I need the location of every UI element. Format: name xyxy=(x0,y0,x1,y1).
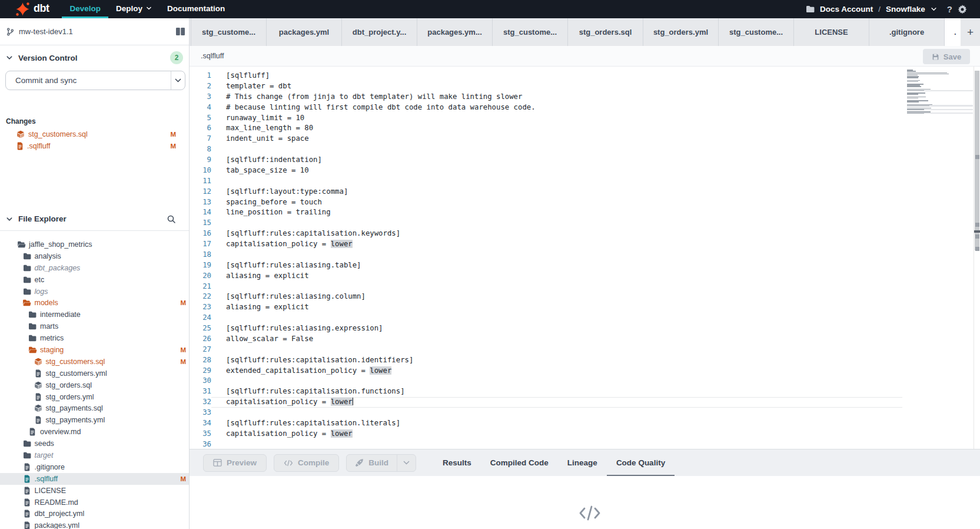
code-line-14[interactable]: 14line_position = trailing xyxy=(190,207,980,218)
code-line-31[interactable]: 31[sqlfluff:rules:capitalisation.functio… xyxy=(190,386,980,397)
code-line-4[interactable]: 4# because linting will first compile db… xyxy=(190,103,980,113)
code-line-32[interactable]: 32capitalisation_policy = lower xyxy=(190,397,980,408)
file-tree-item-marts[interactable]: marts xyxy=(0,320,189,332)
file-tree-item-target[interactable]: target xyxy=(0,449,189,461)
editor-tab-stg_custome[interactable]: stg_custome... xyxy=(191,18,267,46)
file-tree-item-.gitignore[interactable]: .gitignore xyxy=(0,461,189,473)
file-tree-item-packages.yml[interactable]: packages.yml xyxy=(0,520,189,529)
file-tree-item-dbt_packages[interactable]: dbt_packages xyxy=(0,262,189,274)
file-tree-item-staging[interactable]: stagingM xyxy=(0,344,189,356)
nav-item-deploy[interactable]: Deploy xyxy=(108,0,160,18)
bottom-tab-compiled-code[interactable]: Compiled Code xyxy=(481,449,558,477)
editor-tab-gitignore[interactable]: .gitignore xyxy=(869,18,945,46)
code-line-20[interactable]: 20aliasing = explicit xyxy=(190,271,980,282)
code-line-28[interactable]: 28[sqlfluff:rules:capitalisation.identif… xyxy=(190,355,980,366)
file-tree-item-jaffle_shop_metrics[interactable]: jaffle_shop_metrics xyxy=(0,239,189,250)
file-explorer-header[interactable]: File Explorer xyxy=(0,207,189,231)
editor-tab-packagesym[interactable]: packages.ym... xyxy=(417,18,493,46)
code-line-3[interactable]: 3# This change (from jinja to dbt templa… xyxy=(190,92,980,103)
changed-file-item[interactable]: stg_customers.sqlM xyxy=(0,128,189,140)
changed-file-item[interactable]: .sqlfluffM xyxy=(0,140,189,152)
code-line-27[interactable]: 27 xyxy=(190,345,980,355)
file-tree-item-analysis[interactable]: analysis xyxy=(0,250,189,262)
code-line-19[interactable]: 19[sqlfluff:rules:aliasing.table] xyxy=(190,260,980,271)
code-line-33[interactable]: 33 xyxy=(190,408,980,418)
search-icon[interactable] xyxy=(167,214,176,224)
file-tree-item-stg_payments.sql[interactable]: stg_payments.sql xyxy=(0,402,189,414)
code-line-24[interactable]: 24 xyxy=(190,313,980,323)
file-tree-item-logs[interactable]: logs xyxy=(0,286,189,297)
editor-tab-LICENSE[interactable]: LICENSE xyxy=(794,18,869,46)
code-line-11[interactable]: 11 xyxy=(190,176,980,187)
bottom-tab-results[interactable]: Results xyxy=(433,449,481,477)
editor-tab-sqlfluff-active-partial[interactable]: . xyxy=(945,18,961,46)
commit-options-caret[interactable] xyxy=(171,71,185,90)
commit-and-sync-button[interactable]: Commit and sync xyxy=(5,71,185,90)
code-line-18[interactable]: 18 xyxy=(190,250,980,260)
editor-tab-stg_orderssql[interactable]: stg_orders.sql xyxy=(568,18,643,46)
nav-item-develop[interactable]: Develop xyxy=(62,0,108,18)
code-line-25[interactable]: 25[sqlfluff:rules:aliasing.expression] xyxy=(190,323,980,334)
file-tree-item-stg_customers.yml[interactable]: stg_customers.yml xyxy=(0,368,189,379)
file-tree-item-stg_customers.sql[interactable]: stg_customers.sqlM xyxy=(0,356,189,368)
connection-name[interactable]: Snowflake xyxy=(886,5,925,14)
code-line-1[interactable]: 1[sqlfluff] xyxy=(190,71,980,81)
nav-item-documentation[interactable]: Documentation xyxy=(160,0,232,18)
add-tab-button[interactable]: + xyxy=(961,18,980,46)
file-tree-item-dbt_project.yml[interactable]: dbt_project.yml xyxy=(0,508,189,520)
editor-tab-stg_custome[interactable]: stg_custome... xyxy=(493,18,568,46)
code-line-8[interactable]: 8 xyxy=(190,144,980,155)
bottom-tab-code-quality[interactable]: Code Quality xyxy=(607,449,675,477)
code-line-6[interactable]: 6max_line_length = 80 xyxy=(190,123,980,134)
file-tree-item-models[interactable]: modelsM xyxy=(0,297,189,309)
code-line-9[interactable]: 9[sqlfluff:indentation] xyxy=(190,155,980,166)
editor-tab-packagesyml[interactable]: packages.yml xyxy=(267,18,342,46)
code-line-16[interactable]: 16[sqlfluff:rules:capitalisation.keyword… xyxy=(190,229,980,239)
editor-tab-stg_custome[interactable]: stg_custome... xyxy=(719,18,794,46)
preview-button[interactable]: Preview xyxy=(203,454,267,472)
code-line-29[interactable]: 29extended_capitalisation_policy = lower xyxy=(190,366,980,376)
code-editor[interactable]: 1[sqlfluff]2templater = dbt3# This chang… xyxy=(190,67,980,449)
help-button[interactable]: ? xyxy=(947,4,952,14)
file-tree-item-seeds[interactable]: seeds xyxy=(0,438,189,449)
code-line-23[interactable]: 23aliasing = explicit xyxy=(190,302,980,313)
editor-scrollbar[interactable] xyxy=(974,67,980,449)
account-name[interactable]: Docs Account xyxy=(820,5,873,14)
code-line-10[interactable]: 10tab_space_size = 10 xyxy=(190,166,980,176)
editor-tab-stg_ordersyml[interactable]: stg_orders.yml xyxy=(643,18,719,46)
code-line-13[interactable]: 13spacing_before = touch xyxy=(190,197,980,208)
code-line-30[interactable]: 30 xyxy=(190,376,980,386)
split-panes-icon[interactable] xyxy=(175,27,185,36)
code-line-35[interactable]: 35capitalisation_policy = lower xyxy=(190,429,980,439)
code-line-34[interactable]: 34[sqlfluff:rules:capitalisation.literal… xyxy=(190,418,980,429)
build-button[interactable]: Build xyxy=(347,455,397,471)
bottom-tab-lineage[interactable]: Lineage xyxy=(558,449,607,477)
code-line-26[interactable]: 26allow_scalar = False xyxy=(190,334,980,345)
settings-gear-icon[interactable] xyxy=(958,5,967,14)
build-options-caret[interactable] xyxy=(397,455,416,471)
code-line-2[interactable]: 2templater = dbt xyxy=(190,81,980,92)
compile-button[interactable]: Compile xyxy=(274,454,339,472)
code-line-15[interactable]: 15 xyxy=(190,218,980,229)
code-line-12[interactable]: 12[sqlfluff:layout:type:comma] xyxy=(190,187,980,197)
code-line-21[interactable]: 21 xyxy=(190,282,980,292)
code-line-36[interactable]: 36 xyxy=(190,439,980,449)
code-line-17[interactable]: 17capitalisation_policy = lower xyxy=(190,239,980,250)
code-line-22[interactable]: 22[sqlfluff:rules:aliasing.column] xyxy=(190,292,980,302)
file-tree-item-stg_orders.yml[interactable]: stg_orders.yml xyxy=(0,391,189,403)
connection-caret-icon[interactable] xyxy=(931,6,937,12)
file-tree-item-metrics[interactable]: metrics xyxy=(0,332,189,344)
file-tree-item-etc[interactable]: etc xyxy=(0,274,189,286)
dbt-logo[interactable]: dbt xyxy=(0,2,49,16)
save-button[interactable]: Save xyxy=(923,49,970,64)
file-tree-item-overview.md[interactable]: overview.md xyxy=(0,426,189,438)
file-tree-item-LICENSE[interactable]: LICENSE xyxy=(0,485,189,497)
file-tree-item-stg_payments.yml[interactable]: stg_payments.yml xyxy=(0,414,189,426)
file-tree-item-README.md[interactable]: README.md xyxy=(0,497,189,508)
file-tree-item-.sqlfluff[interactable]: .sqlfluffM xyxy=(0,473,189,485)
code-line-7[interactable]: 7indent_unit = space xyxy=(190,134,980,144)
editor-tab-dbt_projecty[interactable]: dbt_project.y... xyxy=(342,18,417,46)
file-tree-item-intermediate[interactable]: intermediate xyxy=(0,309,189,320)
file-tree-item-stg_orders.sql[interactable]: stg_orders.sql xyxy=(0,379,189,391)
version-control-header[interactable]: Version Control 2 xyxy=(0,45,189,70)
